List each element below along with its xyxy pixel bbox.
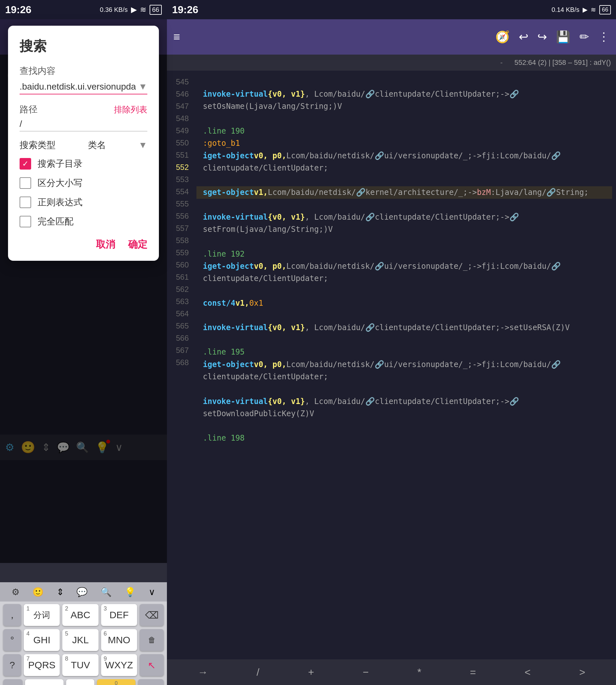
kb-tool-2[interactable]: 🙂 [32, 587, 44, 597]
key-underscore[interactable]: 0 _ [97, 679, 135, 685]
exclude-button[interactable]: 排除列表 [114, 104, 147, 115]
line-num-564: 564 [176, 308, 189, 320]
checkbox-subdirectory[interactable]: 搜索子目录 [20, 158, 147, 170]
right-signal-icon: ▶ [582, 6, 588, 14]
key-def[interactable]: 3DEF [101, 604, 137, 626]
cancel-button[interactable]: 取消 [96, 238, 115, 251]
right-battery-icon: 66 [599, 5, 611, 15]
checkbox-casesensitive-box[interactable] [20, 177, 31, 189]
checkbox-exact-box[interactable] [20, 216, 31, 227]
checkbox-regex-label: 正则表达式 [38, 196, 83, 209]
right-menu-icon[interactable]: ≡ [173, 30, 180, 44]
find-dropdown-icon[interactable]: ▼ [138, 82, 147, 92]
type-arrow-icon: ▼ [138, 140, 147, 150]
nav-arrow-right[interactable]: → [198, 666, 208, 678]
key-degree[interactable]: ° [3, 629, 21, 651]
line-num-559: 559 [176, 247, 189, 259]
redo-icon[interactable]: ↪ [537, 30, 547, 44]
checkbox-casesensitive-label: 区分大小写 [38, 177, 83, 189]
line-num-556: 556 [176, 210, 189, 222]
line-num-565: 565 [176, 320, 189, 332]
compass-icon[interactable]: 🧭 [495, 30, 510, 44]
right-app-header: ≡ 🧭 ↩ ↪ 💾 ✏ ⋮ [167, 19, 616, 55]
key-mno[interactable]: 6MNO [101, 629, 137, 651]
key-jkl[interactable]: 5JKL [62, 629, 98, 651]
keyboard-row-3: ? 7PQRS 8TUV 9WXYZ ↖ [3, 654, 164, 676]
undo-icon[interactable]: ↩ [519, 30, 528, 44]
nav-less[interactable]: < [525, 666, 531, 678]
left-panel: 19:26 0.36 KB/s ▶ ≋ 66 ≡ Dex编辑器++ 临时工程 🔨… [0, 0, 167, 685]
line-num-552: 552 [176, 161, 189, 173]
nav-slash[interactable]: / [257, 666, 259, 678]
key-comma[interactable]: ， [3, 604, 21, 626]
code-line-560 [196, 309, 612, 321]
code-line-548: .line 190 [196, 125, 612, 137]
code-editor[interactable]: 545 546 547 548 549 550 551 552 553 554 … [167, 71, 616, 659]
key-cursor-arrow[interactable]: ↖ [140, 654, 164, 676]
line-num-555: 555 [176, 198, 189, 210]
key-backspace[interactable]: ⌫ [140, 604, 164, 626]
line-num-545: 545 [176, 76, 189, 88]
code-line-566: invoke-virtual {v0, v1} , Lcom/baidu/ 🔗 … [196, 395, 612, 420]
code-line-556: .line 192 [196, 248, 612, 260]
keyboard-row-2: ° 4GHI 5JKL 6MNO 🗑 [3, 629, 164, 651]
find-input[interactable] [20, 82, 136, 92]
line-num-549: 549 [176, 125, 189, 137]
kb-tool-4[interactable]: 💬 [76, 587, 88, 597]
find-input-row: ▼ [20, 82, 147, 94]
line-num-566: 566 [176, 332, 189, 344]
kb-tool-5[interactable]: 🔍 [101, 587, 112, 597]
nav-greater[interactable]: > [579, 666, 585, 678]
checkbox-regex[interactable]: 正则表达式 [20, 196, 147, 209]
right-panel: 19:26 0.14 KB/s ▶ ≋ 66 ≡ 🧭 ↩ ↪ 💾 ✏ ⋮ - 5… [167, 0, 616, 685]
battery-icon: 66 [150, 5, 162, 15]
code-line-561: invoke-virtual {v0, v1} , Lcom/baidu/ 🔗 … [196, 321, 612, 334]
kb-tool-3[interactable]: ⇕ [57, 587, 64, 597]
key-fen-ci[interactable]: 1分词 [24, 604, 60, 626]
nav-minus[interactable]: − [363, 666, 369, 678]
key-lightning[interactable]: ⚡ [138, 679, 164, 685]
code-line-564: iget-object v0, p0, Lcom/baidu/netdisk/ … [196, 358, 612, 383]
key-exclaim[interactable]: ! [3, 679, 22, 685]
type-row[interactable]: 搜索类型 类名 ▼ [20, 139, 147, 151]
code-line-554: invoke-virtual {v0, v1} , Lcom/baidu/ 🔗 … [196, 211, 612, 236]
nav-equals[interactable]: = [470, 666, 476, 678]
find-label: 查找内容 [20, 65, 147, 77]
more-right-icon[interactable]: ⋮ [598, 30, 610, 44]
kb-tool-7[interactable]: ∨ [149, 587, 155, 597]
nav-star[interactable]: * [417, 666, 421, 678]
code-line-547 [196, 113, 612, 125]
code-line-549: :goto_b1 [196, 137, 612, 149]
keyboard-row-1: ， 1分词 2ABC 3DEF ⌫ [3, 604, 164, 626]
line-num-547: 547 [176, 100, 189, 112]
code-line-552: sget-object v1, Lcom/baidu/netdisk/ 🔗 ke… [196, 186, 612, 198]
key-abc[interactable]: 2ABC [62, 604, 98, 626]
key-delete[interactable]: 🗑 [140, 629, 164, 651]
key-123[interactable]: 123 [25, 679, 64, 685]
type-label: 搜索类型 [20, 139, 56, 151]
checkbox-exact[interactable]: 完全匹配 [20, 215, 147, 228]
keyboard: ⚙ 🙂 ⇕ 💬 🔍 💡 ∨ ， 1分词 2ABC 3DEF ⌫ ° 4GHI 5… [0, 582, 167, 685]
path-input[interactable] [20, 119, 147, 131]
kb-tool-1[interactable]: ⚙ [12, 587, 20, 597]
key-pqrs[interactable]: 7PQRS [24, 654, 60, 676]
checkbox-casesensitive[interactable]: 区分大小写 [20, 177, 147, 189]
key-ghi[interactable]: 4GHI [24, 629, 60, 651]
confirm-button[interactable]: 确定 [128, 238, 147, 251]
line-num-568: 568 [176, 357, 189, 369]
edit-icon[interactable]: ✏ [579, 30, 589, 44]
key-question[interactable]: ? [3, 654, 21, 676]
right-header-icons: 🧭 ↩ ↪ 💾 ✏ ⋮ [495, 30, 610, 44]
key-wxyz[interactable]: 9WXYZ [101, 654, 137, 676]
line-num-558: 558 [176, 234, 189, 247]
checkbox-regex-box[interactable] [20, 196, 31, 208]
search-dialog: 搜索 查找内容 ▼ 路径 排除列表 搜索类型 类名 ▼ 搜索子目录 [8, 26, 159, 261]
path-row: 路径 排除列表 [20, 103, 147, 115]
key-zh-en[interactable]: 中/英 [66, 679, 94, 685]
nav-plus[interactable]: + [308, 666, 314, 678]
checkbox-subdirectory-box[interactable] [20, 158, 31, 170]
kb-tool-6[interactable]: 💡 [125, 587, 136, 597]
save-icon[interactable]: 💾 [556, 30, 570, 44]
keyboard-toolbar: ⚙ 🙂 ⇕ 💬 🔍 💡 ∨ [0, 582, 167, 601]
key-tuv[interactable]: 8TUV [62, 654, 98, 676]
